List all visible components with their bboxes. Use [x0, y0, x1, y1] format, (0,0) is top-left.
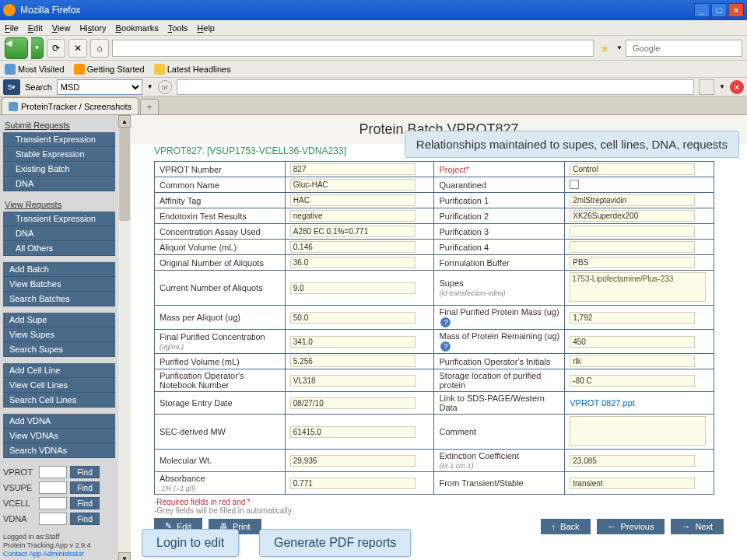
input-transient[interactable]	[570, 478, 695, 489]
find-input-vcell[interactable]	[39, 497, 67, 509]
sidebar-view-vdnas[interactable]: View VDNAs	[3, 429, 115, 443]
link-sds[interactable]: VPROT 0827.ppt	[570, 398, 635, 408]
sidebar-view-transient[interactable]: Transient Expression	[3, 212, 115, 226]
next-button[interactable]: →Next	[671, 519, 724, 534]
menu-history[interactable]: History	[79, 23, 106, 33]
sidebar-search-batches[interactable]: Search Batches	[3, 292, 115, 306]
input-curr-aliquots[interactable]	[290, 282, 416, 294]
find-input-vdna[interactable]	[39, 513, 67, 525]
sidebar-view-supes[interactable]: View Supes	[3, 327, 115, 342]
reload-button[interactable]: ⟳	[47, 39, 65, 58]
menu-edit[interactable]: Edit	[28, 23, 43, 33]
find-btn-vdna[interactable]: Find	[70, 513, 100, 525]
help-icon[interactable]: ?	[440, 317, 451, 327]
input-purification1[interactable]	[570, 194, 695, 206]
browser-search-input[interactable]	[633, 44, 740, 53]
input-project[interactable]	[570, 163, 695, 175]
bookmark-most-visited[interactable]: Most Visited	[5, 64, 65, 75]
new-tab-button[interactable]: +	[140, 99, 159, 114]
menu-bookmarks[interactable]: Bookmarks	[116, 23, 159, 33]
sidebar-view-others[interactable]: All Others	[3, 241, 115, 256]
input-notebook[interactable]	[290, 375, 416, 387]
input-mol-wt[interactable]	[290, 455, 416, 467]
browser-search-box[interactable]	[626, 40, 742, 57]
tab-proteintracker[interactable]: ProteinTracker / Screenshots	[2, 97, 139, 114]
dropdown-icon[interactable]: ▼	[719, 83, 725, 90]
back-dropdown[interactable]: ▼	[31, 37, 44, 59]
home-button[interactable]: ⌂	[90, 39, 109, 58]
url-bar[interactable]	[112, 40, 594, 57]
previous-button[interactable]: ←Previous	[597, 519, 665, 534]
sidebar-item-existing-batch[interactable]: Existing Batch	[3, 162, 115, 177]
input-common-name[interactable]	[290, 179, 416, 191]
input-conc-assay[interactable]	[290, 226, 416, 237]
input-mass-remain[interactable]	[570, 336, 695, 348]
input-endotoxin[interactable]	[290, 210, 416, 222]
input-purification3[interactable]	[570, 226, 695, 237]
checkbox-quarantined[interactable]	[570, 180, 579, 189]
find-input-vprot[interactable]	[39, 466, 67, 478]
textarea-comment[interactable]	[570, 416, 706, 446]
find-btn-vprot[interactable]: Find	[70, 466, 100, 478]
input-purified-vol[interactable]	[290, 355, 416, 367]
sidebar-item-transient-expression[interactable]: Transient Expression	[3, 132, 115, 147]
stop-button[interactable]: ✕	[68, 39, 87, 58]
sidebar-view-dna[interactable]: DNA	[3, 226, 115, 241]
input-final-mass[interactable]	[570, 312, 695, 324]
search-go-button[interactable]	[699, 79, 714, 95]
sidebar-view-batches[interactable]: View Batches	[3, 277, 115, 292]
input-purification4[interactable]	[570, 241, 695, 253]
input-aliquot-vol[interactable]	[290, 241, 416, 253]
find-input-vsupe[interactable]	[39, 481, 67, 494]
menu-file[interactable]: File	[5, 23, 19, 33]
sidebar-add-supe[interactable]: Add Supe	[3, 313, 115, 327]
clear-search-button[interactable]: ×	[730, 80, 744, 94]
menu-tools[interactable]: Tools	[168, 23, 188, 33]
search-provider-select[interactable]: MSD	[57, 79, 142, 95]
scroll-up-icon[interactable]: ▲	[118, 115, 131, 128]
input-absorbance[interactable]	[290, 478, 416, 489]
menu-help[interactable]: Help	[197, 23, 215, 33]
scroll-thumb[interactable]	[119, 128, 130, 221]
input-purification2[interactable]	[570, 210, 695, 222]
find-btn-vcell[interactable]: Find	[70, 497, 100, 509]
sidebar-search-vdnas[interactable]: Search VDNAs	[3, 443, 115, 458]
search-provider-icon[interactable]: S▾	[3, 79, 20, 95]
scroll-down-icon[interactable]: ▼	[118, 552, 131, 560]
input-storage-loc[interactable]	[570, 375, 695, 387]
help-icon[interactable]: ?	[440, 341, 451, 352]
input-operator-init[interactable]	[570, 355, 695, 367]
input-formulation[interactable]	[570, 257, 695, 268]
sidebar-scrollbar[interactable]: ▲ ▼	[118, 115, 131, 560]
back-button-page[interactable]: ↑Back	[541, 519, 591, 534]
bookmark-star-icon[interactable]: ★	[600, 42, 610, 54]
sidebar-view-celllines[interactable]: View Cell Lines	[3, 378, 115, 393]
input-affinity-tag[interactable]	[290, 194, 416, 206]
input-sec-mw[interactable]	[290, 426, 416, 438]
sidebar-item-stable-expression[interactable]: Stable Expression	[3, 147, 115, 162]
maximize-button[interactable]: □	[711, 3, 727, 17]
sidebar-search-celllines[interactable]: Search Cell Lines	[3, 393, 115, 408]
input-mass-aliquot[interactable]	[290, 312, 416, 324]
close-button[interactable]: ×	[728, 3, 744, 17]
sidebar-search-supes[interactable]: Search Supes	[3, 342, 115, 357]
find-btn-vsupe[interactable]: Find	[70, 481, 100, 494]
input-extinction[interactable]	[570, 455, 695, 467]
bookmark-latest-headlines[interactable]: Latest Headlines	[154, 64, 231, 75]
dropdown-icon[interactable]: ▼	[616, 44, 622, 51]
input-vprot-number[interactable]	[290, 163, 416, 175]
sidebar-add-cellline[interactable]: Add Cell Line	[3, 363, 115, 378]
sidebar-add-batch[interactable]: Add Batch	[3, 262, 115, 277]
contact-admin-link[interactable]: Contact App Administrator	[3, 550, 84, 558]
bookmark-getting-started[interactable]: Getting Started	[74, 64, 145, 75]
menu-view[interactable]: View	[52, 23, 71, 33]
input-orig-aliquots[interactable]	[290, 257, 416, 268]
input-entry-date[interactable]	[290, 397, 416, 409]
dropdown-icon[interactable]: ▼	[147, 83, 153, 90]
minimize-button[interactable]: _	[694, 3, 710, 17]
sidebar-item-dna[interactable]: DNA	[3, 177, 115, 191]
back-button[interactable]: ◀	[5, 37, 28, 59]
input-final-conc[interactable]	[290, 336, 416, 348]
textarea-supes[interactable]: 1753-Lipofectamine/Plus-233	[570, 272, 706, 302]
sidebar-add-vdna[interactable]: Add VDNA	[3, 414, 115, 429]
